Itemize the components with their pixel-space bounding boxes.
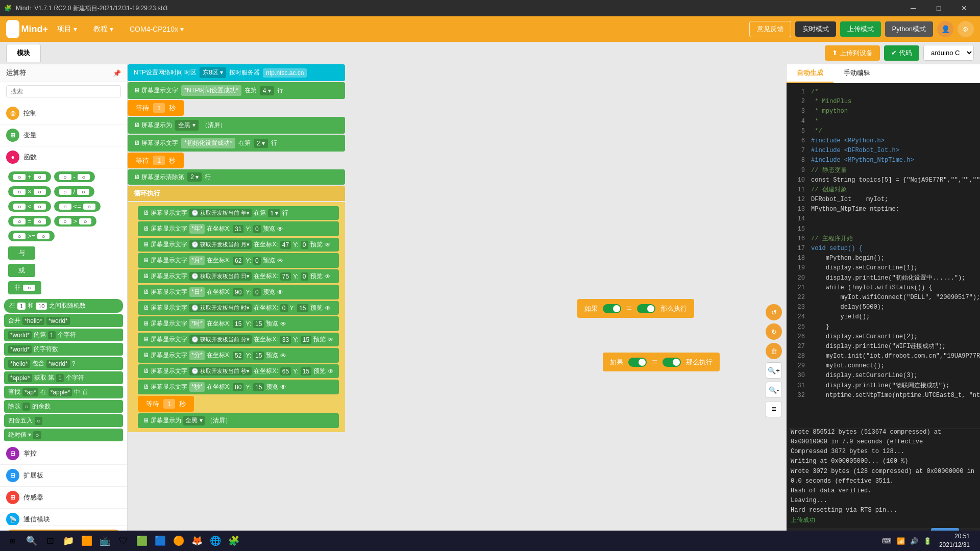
screen-clear-block-2[interactable]: 🖥 屏幕显示清除第 2 ▾ 行 [128,169,345,185]
python-mode-button[interactable]: Python模式 [885,21,933,37]
screen-text-block-1[interactable]: 🖥 屏幕显示文字 *NTP时间设置成功* 在第 4 ▾ 行 [128,82,345,99]
screen-sec-block[interactable]: 🖥 屏幕显示文字 🕐 获取开发板当前 秒▾ 在坐标X: 65 Y: 15 预览 … [138,364,339,378]
taskbar-search[interactable]: 🔍 [22,532,41,550]
wait-block-1[interactable]: 等待 1 秒 [128,100,184,116]
arduino-selector[interactable]: arduino C [923,45,974,61]
maximize-button[interactable]: □ [927,0,950,16]
code-button[interactable]: ✔ 代码 [884,45,919,61]
if-block-2-group: 如果 = 那么执行 [603,353,720,371]
tab-manual[interactable]: 手动编辑 [834,64,880,83]
taskbar-app5[interactable]: 🟠 [169,532,188,550]
logo-icon: M+ [6,20,19,38]
block-char-at[interactable]: *world* 的第 1 个字符 [4,329,123,341]
zoom-out-button[interactable]: 🔍- [766,382,782,398]
screen-day-block[interactable]: 🖥 屏幕显示文字 🕐 获取开发板当前 日▾ 在坐标X: 75 Y: 0 预览 👁 [138,269,339,283]
block-contains[interactable]: *hello* 包含 *world* ? [4,357,123,370]
op-not[interactable]: 非 [8,281,41,294]
tutorial-menu[interactable]: 教程 ▾ [87,21,119,37]
wait-block-3[interactable]: 等待 1 秒 [138,396,194,412]
taskbar-app7[interactable]: 🌐 [206,532,225,550]
taskbar-app1[interactable]: 📺 [96,532,114,550]
feedback-button[interactable]: 意见反馈 [749,21,791,37]
toggle-3[interactable] [628,358,647,367]
toggle-4[interactable] [663,358,681,367]
taskbar-files[interactable]: 📁 [59,532,78,550]
screen-month-xy[interactable]: 🖥 屏幕显示文字 *月* 在坐标X: 62 Y: 0 预览 👁 [138,253,339,268]
block-abs[interactable]: 绝对值 ▾ ○ [4,429,123,441]
ntp-block[interactable]: NTP设置网络时间 时区 东8区 ▾ 按时服务器 ntp.ntsc.ac.cn [128,64,345,81]
reset-view-button[interactable]: ≡ [766,401,782,417]
sidebar-item-expansion[interactable]: ⊟ 扩展板 [0,465,127,487]
tab-autogen[interactable]: 自动生成 [787,64,834,83]
op-lte[interactable]: <= [54,201,101,212]
screen-year-block[interactable]: 🖥 屏幕显示文字 🕐 获取开发板当前 年▾ 在第 1 ▾ 行 [138,206,339,220]
zoom-in-button[interactable]: 🔍+ [766,362,782,379]
taskbar-taskview[interactable]: ⊡ [41,532,59,550]
clear-block-1[interactable]: 🖥 屏幕显示为 全黑 ▾ （清屏） [128,117,345,134]
screen-year-xy[interactable]: 🖥 屏幕显示文字 *年* 在坐标X: 31 Y: 0 预览 👁 [138,221,339,236]
undo-button[interactable]: ↺ [766,304,782,320]
screen-sec-xy[interactable]: 🖥 屏幕显示文字 *秒* 在坐标X: 80 Y: 15 预览 👁 [138,380,339,394]
user-avatar[interactable]: 👤 [937,21,953,37]
screen-day-xy[interactable]: 🖥 屏幕显示文字 *日* 在坐标X: 90 Y: 0 预览 👁 [138,285,339,299]
pin-icon[interactable]: 📌 [113,69,121,77]
block-concat[interactable]: 合并 *hello* *world* [4,314,123,327]
toggle-1[interactable] [603,304,621,313]
block-random[interactable]: 在 1 和 10 之间取随机数 [4,299,123,313]
minimize-button[interactable]: ─ [901,0,925,16]
screen-min-xy[interactable]: 🖥 屏幕显示文字 *分* 在坐标X: 52 Y: 15 预览 👁 [138,348,339,363]
if-block-2[interactable]: 如果 = 那么执行 [603,353,720,371]
op-and[interactable]: 与 [8,246,35,260]
taskbar-app6[interactable]: 🦊 [188,532,206,550]
if-block-1[interactable]: 如果 = 那么执行 [577,299,694,318]
screen-min-block[interactable]: 🖥 屏幕显示文字 🕐 获取开发板当前 分▾ 在坐标X: 33 Y: 15 预览 … [138,333,339,346]
screen-month-block[interactable]: 🖥 屏幕显示文字 🕐 获取开发板当前 月▾ 在坐标X: 47 Y: 0 预览 👁 [138,238,339,252]
block-get-char[interactable]: *apple* 获取 第 1 个字符 [4,371,123,384]
op-gte[interactable]: >= [8,231,55,241]
redo-button[interactable]: ↻ [766,323,782,340]
screen-text-block-2[interactable]: 🖥 屏幕显示文字 *初始化设置成功* 在第 2 ▾ 行 [128,135,345,152]
taskbar-app3[interactable]: 🟩 [133,532,151,550]
clean-button[interactable]: 🗑 [766,343,782,359]
upload-device-button[interactable]: ⬆ 上传到设备 [825,45,880,61]
realtime-button[interactable]: 实时模式 [795,21,836,37]
op-or[interactable]: 或 [8,264,35,277]
block-strlen[interactable]: *world* 的字符数 [4,343,123,356]
op-gt[interactable]: > [54,216,97,227]
op-add[interactable]: + [8,171,51,182]
op-mul[interactable]: × [8,186,51,197]
sidebar-item-function[interactable]: ● 函数 [0,146,127,168]
op-sub[interactable]: - [54,171,95,182]
op-div[interactable]: / [54,186,95,197]
port-menu[interactable]: COM4-CP210x ▾ [124,22,190,36]
taskbar-app4[interactable]: 🟦 [151,532,169,550]
wait-block-2[interactable]: 等待 1 秒 [128,153,184,168]
taskbar-time[interactable]: 20:51 2021/12/31 [935,532,974,549]
close-button[interactable]: ✕ [952,0,976,16]
start-button[interactable]: ⊞ [2,531,22,551]
taskbar-app2[interactable]: 🛡 [114,532,133,550]
op-add-input[interactable] [13,174,26,180]
tab-module[interactable]: 模块 [6,44,41,62]
screen-hour-block[interactable]: 🖥 屏幕显示文字 🕐 获取开发板当前 时▾ 在坐标X: 0 Y: 15 预览 👁 [138,301,339,315]
sidebar-item-variable[interactable]: ⊞ 变量 [0,124,127,146]
sidebar-item-master[interactable]: ⊟ 掌控 [0,443,127,465]
block-round[interactable]: 四舍五入 ○ [4,414,123,427]
code-line: 16// 主程序开始 [791,234,976,244]
settings-icon[interactable]: ⚙ [958,21,974,37]
clear-block-3[interactable]: 🖥 屏幕显示为 全黑 ▾ （清屏） [138,413,339,428]
upload-mode-button[interactable]: 上传模式 [840,21,881,37]
toggle-2[interactable] [637,304,655,313]
sidebar-item-control[interactable]: ◎ 控制 [0,103,127,124]
block-find[interactable]: 查找 *ap* 在 *apple* 中 首 [4,386,123,398]
search-input[interactable] [6,85,121,97]
taskbar-mindplus[interactable]: 🧩 [225,532,243,550]
project-menu[interactable]: 项目 ▾ [51,21,83,37]
op-eq[interactable]: = [8,216,51,227]
op-lt[interactable]: < [8,201,51,212]
screen-hour-xy[interactable]: 🖥 屏幕显示文字 *时* 在坐标X: 15 Y: 15 预览 👁 [138,316,339,331]
taskbar-office[interactable]: 🟧 [78,532,96,550]
sidebar-item-comm[interactable]: 📡 通信模块 [0,509,127,525]
block-mod[interactable]: 除以 ○ 的余数 [4,400,123,413]
sidebar-item-sensor[interactable]: ⊞ 传感器 [0,487,127,509]
